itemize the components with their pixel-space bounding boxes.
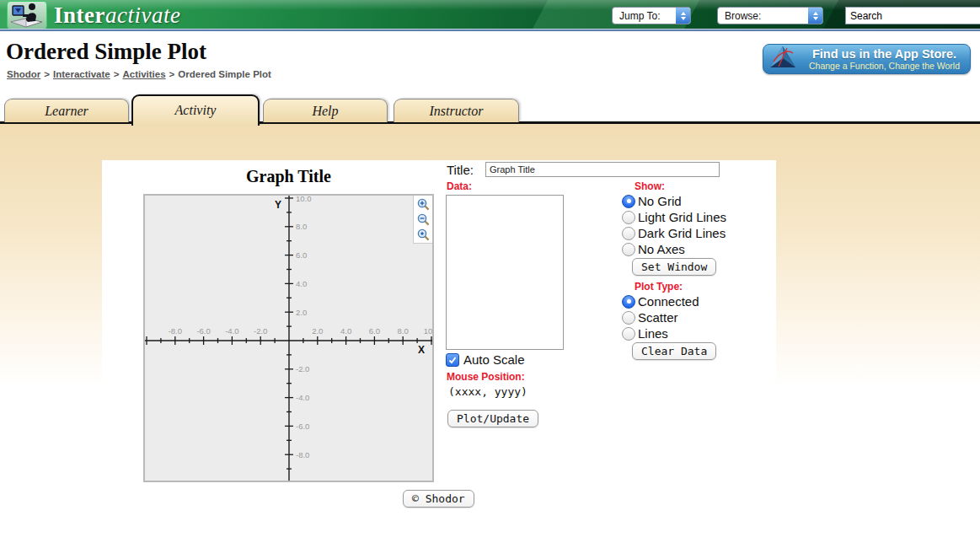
shodor-copyright-button[interactable]: © Shodor: [403, 490, 474, 508]
svg-text:10.0: 10.0: [296, 196, 312, 203]
page-title: Ordered Simple Plot: [6, 39, 206, 65]
svg-text:4.0: 4.0: [296, 279, 307, 288]
radio-icon[interactable]: [622, 243, 635, 256]
tab-help[interactable]: Help: [263, 99, 388, 122]
radio-icon[interactable]: [622, 227, 635, 240]
title-field-label: Title:: [447, 163, 474, 177]
svg-text:4.0: 4.0: [340, 326, 351, 336]
breadcrumb-link-activities[interactable]: Activities: [122, 69, 165, 79]
radio-label: Lines: [638, 326, 668, 341]
radio-icon[interactable]: [622, 327, 635, 341]
radio-label: No Axes: [638, 242, 685, 256]
breadcrumb-link-shodor[interactable]: Shodor: [7, 69, 40, 79]
plot-type-option-scatter[interactable]: Scatter: [622, 310, 678, 325]
auto-scale-control[interactable]: Auto Scale: [446, 352, 525, 367]
svg-text:-8.0: -8.0: [169, 326, 182, 336]
zoom-controls: [413, 196, 432, 244]
svg-text:-6.0: -6.0: [296, 422, 309, 431]
radio-icon[interactable]: [622, 295, 635, 309]
plot-update-button[interactable]: Plot/Update: [447, 410, 538, 427]
check-icon: [447, 355, 458, 365]
site-logo[interactable]: Interactivate: [7, 1, 180, 29]
header-divider-blue: [0, 30, 980, 31]
mouse-position-value: (xxxx, yyyy): [448, 385, 527, 398]
graph-axes: -8.0-6.0-4.0-2.02.04.06.08.010.0-8.0-6.0…: [145, 196, 432, 481]
set-window-button[interactable]: Set Window: [632, 258, 716, 276]
radio-icon[interactable]: [622, 311, 635, 325]
svg-text:-8.0: -8.0: [296, 450, 309, 459]
show-option-light-grid[interactable]: Light Grid Lines: [622, 210, 726, 224]
search-input[interactable]: [845, 7, 980, 24]
breadcrumb: Shodor>Interactivate>Activities>Ordered …: [7, 69, 271, 79]
svg-text:-2.0: -2.0: [296, 364, 309, 373]
breadcrumb-separator: >: [169, 69, 175, 79]
clear-data-button[interactable]: Clear Data: [632, 342, 716, 360]
browse-select[interactable]: Browse:: [717, 7, 823, 24]
svg-text:8.0: 8.0: [398, 326, 409, 336]
title-input[interactable]: [485, 162, 720, 177]
show-option-no-axes[interactable]: No Axes: [622, 242, 685, 256]
site-header: Interactivate Jump To: Browse:: [0, 0, 980, 29]
svg-text:Y: Y: [275, 199, 281, 211]
breadcrumb-separator: >: [114, 69, 120, 79]
radio-icon[interactable]: [622, 211, 635, 224]
app-store-badge[interactable]: Find us in the App Store. Change a Funct…: [763, 44, 971, 74]
svg-text:2.0: 2.0: [296, 308, 307, 317]
data-label: Data:: [447, 180, 472, 192]
tab-activity[interactable]: Activity: [131, 94, 260, 126]
jump-to-select[interactable]: Jump To:: [612, 7, 691, 24]
auto-scale-label: Auto Scale: [463, 352, 525, 367]
radio-label: Dark Grid Lines: [638, 226, 726, 240]
svg-text:10.0: 10.0: [424, 326, 432, 336]
page: Interactivate Jump To: Browse: Ordered S…: [0, 0, 980, 548]
logo-text-bold: Inter: [54, 3, 105, 28]
zoom-out-icon[interactable]: [417, 213, 430, 226]
svg-text:X: X: [418, 344, 425, 356]
app-store-line1: Find us in the App Store.: [804, 47, 965, 61]
svg-text:-6.0: -6.0: [196, 326, 210, 336]
show-option-no-grid[interactable]: No Grid: [622, 194, 682, 208]
show-label: Show:: [635, 180, 665, 192]
browse-label: Browse:: [718, 10, 808, 22]
data-textarea[interactable]: [446, 195, 564, 350]
plot-type-label: Plot Type:: [635, 281, 683, 293]
app-store-text: Find us in the App Store. Change a Funct…: [804, 47, 970, 71]
app-store-line2: Change a Function, Change the World: [804, 61, 965, 71]
site-logo-text: Interactivate: [54, 2, 180, 29]
svg-text:-4.0: -4.0: [296, 393, 309, 402]
zoom-in-icon[interactable]: [417, 198, 430, 211]
app-store-logo-icon: [768, 45, 797, 73]
select-stepper-icon: [808, 8, 822, 24]
mouse-position-label: Mouse Position:: [447, 371, 525, 383]
radio-label: Connected: [638, 294, 699, 309]
select-stepper-icon: [676, 8, 690, 24]
svg-text:2.0: 2.0: [312, 326, 323, 336]
breadcrumb-current: Ordered Simple Plot: [178, 69, 271, 79]
radio-label: Scatter: [638, 310, 678, 325]
breadcrumb-separator: >: [44, 69, 50, 79]
radio-label: No Grid: [638, 194, 682, 208]
svg-text:-4.0: -4.0: [225, 326, 238, 336]
show-option-dark-grid[interactable]: Dark Grid Lines: [622, 226, 726, 240]
graph-canvas[interactable]: -8.0-6.0-4.0-2.02.04.06.08.010.0-8.0-6.0…: [143, 194, 434, 482]
radio-icon[interactable]: [622, 195, 635, 208]
plot-type-option-connected[interactable]: Connected: [622, 294, 699, 309]
tab-learner[interactable]: Learner: [4, 99, 129, 122]
breadcrumb-link-interactivate[interactable]: Interactivate: [53, 69, 110, 79]
interactivate-logo-icon: [7, 1, 47, 29]
svg-text:6.0: 6.0: [296, 250, 307, 260]
svg-text:6.0: 6.0: [369, 326, 380, 336]
plot-type-option-lines[interactable]: Lines: [622, 326, 668, 341]
activity-panel: Graph Title -8.0-6.0-4.0-2.02.04.06.08.0…: [102, 160, 776, 548]
zoom-reset-icon[interactable]: [417, 228, 430, 241]
jump-to-label: Jump To:: [613, 10, 676, 22]
logo-text-italic: activate: [105, 3, 180, 28]
tab-instructor[interactable]: Instructor: [394, 99, 519, 122]
graph-title: Graph Title: [145, 167, 432, 186]
radio-label: Light Grid Lines: [638, 210, 726, 224]
svg-text:8.0: 8.0: [296, 222, 307, 231]
svg-text:-2.0: -2.0: [254, 326, 267, 336]
auto-scale-checkbox[interactable]: [446, 353, 459, 367]
